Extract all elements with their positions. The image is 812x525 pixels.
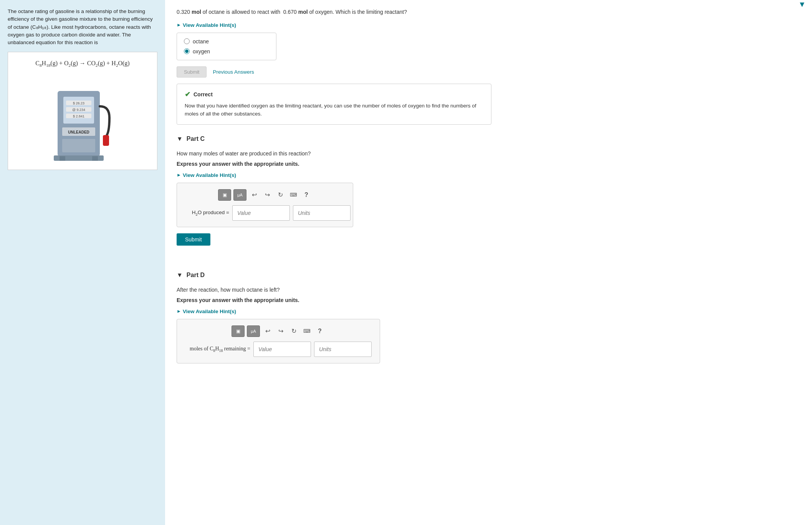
tool-grid-btn[interactable]: ▣ — [218, 189, 231, 201]
d-undo-btn[interactable]: ↩ — [262, 326, 273, 337]
d-tool-grid-btn[interactable]: ▣ — [232, 325, 245, 337]
svg-text:$ 26.23: $ 26.23 — [73, 101, 84, 105]
part-d-input-row: moles of C8H18 remaining = — [183, 342, 374, 357]
hint-link-part-c[interactable]: ► View Available Hint(s) — [177, 172, 236, 178]
part-d-section: ▼ Part D After the reaction, how much oc… — [177, 272, 800, 363]
part-d-title: Part D — [187, 272, 205, 279]
previous-answers-link[interactable]: Previous Answers — [213, 69, 254, 75]
hint-arrow-icon: ► — [177, 22, 181, 28]
problem-description: The octane rating of gasoline is a relat… — [8, 8, 157, 46]
svg-text:UNLEADED: UNLEADED — [68, 130, 89, 134]
tool-mu-btn[interactable]: μA — [233, 189, 246, 201]
part-c-input-row: H2O produced = — [183, 205, 347, 221]
option-label-octane[interactable]: octane — [193, 38, 209, 45]
checkmark-icon: ✔ — [185, 90, 190, 99]
d-redo-btn[interactable]: ↪ — [275, 326, 286, 337]
hint-link-part-d[interactable]: ► View Available Hint(s) — [177, 309, 236, 314]
svg-text:$ 2.841: $ 2.841 — [73, 114, 84, 118]
option-label-oxygen[interactable]: oxygen — [193, 48, 210, 54]
option-row-octane: octane — [184, 38, 269, 45]
hint-d-arrow-icon: ► — [177, 309, 181, 314]
part-c-units-input[interactable] — [293, 205, 351, 221]
part-c-instruction: Express your answer with the appropriate… — [177, 161, 800, 167]
left-panel: The octane rating of gasoline is a relat… — [0, 0, 165, 525]
intro-question: 0.320 mol of octane is allowed to react … — [177, 8, 800, 16]
d-help-btn[interactable]: ? — [314, 326, 325, 337]
part-d-header[interactable]: ▼ Part D — [177, 272, 800, 279]
correct-feedback-box: ✔ Correct Now that you have identified o… — [177, 84, 491, 125]
option-row-oxygen: oxygen — [184, 48, 269, 54]
part-d-value-input[interactable] — [253, 342, 311, 357]
equation-box: C8H18(g) + O2(g) → CO2(g) + H2O(g) $ 26.… — [8, 52, 157, 170]
part-c-submit-button[interactable]: Submit — [177, 233, 210, 246]
scroll-top-icon[interactable]: ▼ — [798, 0, 806, 9]
part-d-toolbar: ▣ μA ↩ ↪ ↻ ⌨ ? — [183, 325, 374, 337]
part-c-header[interactable]: ▼ Part C — [177, 135, 800, 142]
radio-octane[interactable] — [184, 38, 190, 44]
d-tool-mu-btn[interactable]: μA — [247, 325, 260, 337]
h2o-label: H2O produced = — [183, 210, 229, 216]
options-box: octane oxygen — [177, 33, 276, 60]
part-c-question: How many moles of water are produced in … — [177, 149, 800, 158]
part-d-instruction: Express your answer with the appropriate… — [177, 297, 800, 303]
reset-btn[interactable]: ↻ — [275, 190, 286, 200]
right-panel: ▼ 0.320 mol of octane is allowed to reac… — [165, 0, 812, 525]
part-c-value-input[interactable] — [232, 205, 290, 221]
part-d-answer-area: ▣ μA ↩ ↪ ↻ ⌨ ? moles of C8H18 remaining … — [177, 319, 380, 363]
hint-link-intro[interactable]: ► View Available Hint(s) — [177, 22, 236, 28]
chemical-equation: C8H18(g) + O2(g) → CO2(g) + H2O(g) — [12, 60, 153, 68]
radio-oxygen[interactable] — [184, 48, 190, 54]
svg-rect-13 — [60, 156, 65, 161]
correct-title: Correct — [193, 91, 213, 97]
submit-prev-row: Submit Previous Answers — [177, 66, 800, 78]
part-c-arrow-icon: ▼ — [177, 135, 183, 142]
part-d-question: After the reaction, how much octane is l… — [177, 286, 800, 294]
undo-btn[interactable]: ↩ — [249, 190, 260, 200]
part-c-title: Part C — [187, 135, 205, 142]
gas-pump-image: $ 26.23 @ 9.234 $ 2.841 UNLEADED — [12, 74, 153, 166]
keyboard-btn[interactable]: ⌨ — [288, 190, 299, 200]
d-reset-btn[interactable]: ↻ — [288, 326, 299, 337]
part-c-answer-area: ▣ μA ↩ ↪ ↻ ⌨ ? H2O produced = — [177, 183, 353, 227]
svg-rect-10 — [62, 139, 95, 152]
part-d-units-input[interactable] — [314, 342, 372, 357]
svg-text:@ 9.234: @ 9.234 — [72, 108, 85, 112]
svg-rect-11 — [103, 135, 109, 146]
part-c-section: ▼ Part C How many moles of water are pro… — [177, 135, 800, 258]
help-btn[interactable]: ? — [301, 190, 312, 200]
submit-button-disabled[interactable]: Submit — [177, 66, 207, 78]
c8h18-label: moles of C8H18 remaining = — [183, 346, 250, 353]
redo-btn[interactable]: ↪ — [262, 190, 273, 200]
part-c-toolbar: ▣ μA ↩ ↪ ↻ ⌨ ? — [183, 189, 347, 201]
part-d-arrow-icon: ▼ — [177, 272, 183, 279]
correct-header: ✔ Correct — [185, 90, 483, 99]
hint-c-arrow-icon: ► — [177, 172, 181, 178]
svg-rect-14 — [92, 156, 98, 161]
correct-text: Now that you have identified oxygen as t… — [185, 102, 483, 118]
d-keyboard-btn[interactable]: ⌨ — [301, 326, 312, 337]
